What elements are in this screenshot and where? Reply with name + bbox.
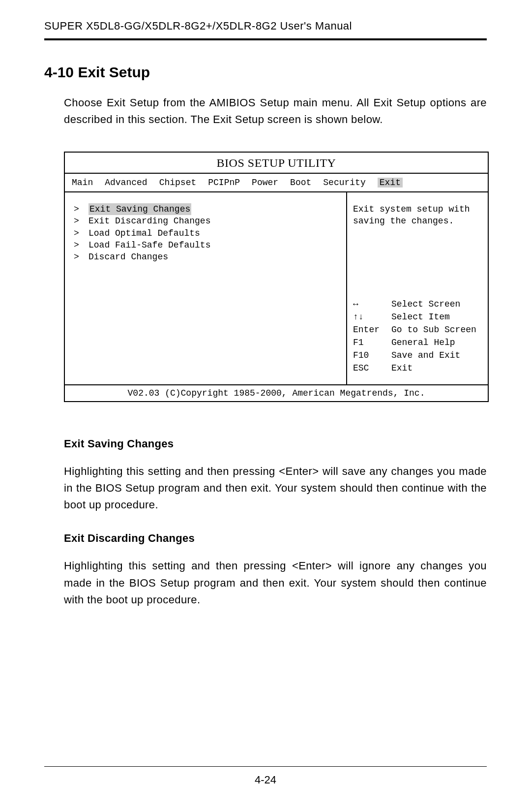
running-header-text: SUPER X5DL8-GG/X5DLR-8G2+/X5DLR-8G2 User…	[44, 20, 352, 32]
bios-menu-panel: > Exit Saving Changes > Exit Discarding …	[65, 192, 347, 384]
page-number: 4-24	[255, 774, 276, 786]
tab-advanced[interactable]: Advanced	[105, 178, 147, 187]
up-down-arrow-icon: ↑↓	[353, 311, 384, 323]
bios-tab-bar: Main Advanced Chipset PCIPnP Power Boot …	[65, 174, 488, 192]
bios-copyright: V02.03 (C)Copyright 1985-2000, American …	[65, 384, 488, 401]
menu-item-load-optimal[interactable]: > Load Optimal Defaults	[74, 227, 339, 239]
subsection-body: Highlighting this setting and then press…	[64, 558, 487, 608]
section-intro: Choose Exit Setup from the AMIBIOS Setup…	[64, 94, 487, 128]
key-desc: General Help	[391, 336, 455, 349]
subsection-heading: Exit Discarding Changes	[64, 532, 487, 545]
chevron-right-icon: >	[74, 227, 81, 239]
menu-item-exit-discarding[interactable]: > Exit Discarding Changes	[74, 215, 339, 227]
key-row: ESC Exit	[353, 362, 483, 375]
key-row: Enter Go to Sub Screen	[353, 323, 483, 336]
bios-setup-utility: BIOS SETUP UTILITY Main Advanced Chipset…	[64, 152, 489, 402]
menu-item-label: Discard Changes	[88, 251, 168, 263]
key-row: ↔ Select Screen	[353, 298, 483, 311]
bios-help-panel: Exit system setup with saving the change…	[347, 192, 488, 384]
key-desc: Save and Exit	[391, 349, 460, 362]
key-label: F1	[353, 336, 384, 349]
tab-boot[interactable]: Boot	[290, 178, 311, 187]
bios-key-legend: ↔ Select Screen ↑↓ Select Item Enter Go …	[353, 298, 483, 375]
bios-title: BIOS SETUP UTILITY	[65, 153, 488, 174]
key-row: F1 General Help	[353, 336, 483, 349]
tab-exit[interactable]: Exit	[378, 178, 403, 187]
key-row: F10 Save and Exit	[353, 349, 483, 362]
menu-item-label: Exit Discarding Changes	[88, 215, 210, 227]
menu-item-discard[interactable]: > Discard Changes	[74, 251, 339, 263]
bios-body: > Exit Saving Changes > Exit Discarding …	[65, 192, 488, 384]
subsection-body: Highlighting this setting and then press…	[64, 463, 487, 513]
running-header: SUPER X5DL8-GG/X5DLR-8G2+/X5DLR-8G2 User…	[44, 20, 487, 40]
chevron-right-icon: >	[74, 251, 81, 263]
key-desc: Select Screen	[391, 298, 460, 311]
menu-item-exit-saving[interactable]: > Exit Saving Changes	[74, 203, 339, 215]
key-desc: Go to Sub Screen	[391, 323, 476, 336]
manual-page: SUPER X5DL8-GG/X5DLR-8G2+/X5DLR-8G2 User…	[0, 0, 531, 812]
tab-main[interactable]: Main	[72, 178, 93, 187]
menu-item-label: Load Optimal Defaults	[88, 227, 200, 239]
bios-help-text: Exit system setup with saving the change…	[353, 203, 483, 227]
key-desc: Select Item	[391, 311, 450, 323]
key-desc: Exit	[391, 362, 413, 375]
key-row: ↑↓ Select Item	[353, 311, 483, 323]
menu-item-load-failsafe[interactable]: > Load Fail-Safe Defaults	[74, 239, 339, 251]
subsection-heading: Exit Saving Changes	[64, 437, 487, 450]
section-title: 4-10 Exit Setup	[44, 64, 487, 81]
menu-item-label: Load Fail-Safe Defaults	[88, 239, 210, 251]
chevron-right-icon: >	[74, 203, 81, 215]
tab-pcipnp[interactable]: PCIPnP	[208, 178, 240, 187]
tab-security[interactable]: Security	[323, 178, 365, 187]
left-right-arrow-icon: ↔	[353, 298, 384, 311]
chevron-right-icon: >	[74, 239, 81, 251]
menu-item-label: Exit Saving Changes	[88, 203, 191, 215]
key-label: Enter	[353, 323, 384, 336]
page-footer: 4-24	[44, 766, 487, 786]
tab-chipset[interactable]: Chipset	[159, 178, 197, 187]
key-label: ESC	[353, 362, 384, 375]
tab-power[interactable]: Power	[252, 178, 278, 187]
key-label: F10	[353, 349, 384, 362]
chevron-right-icon: >	[74, 215, 81, 227]
